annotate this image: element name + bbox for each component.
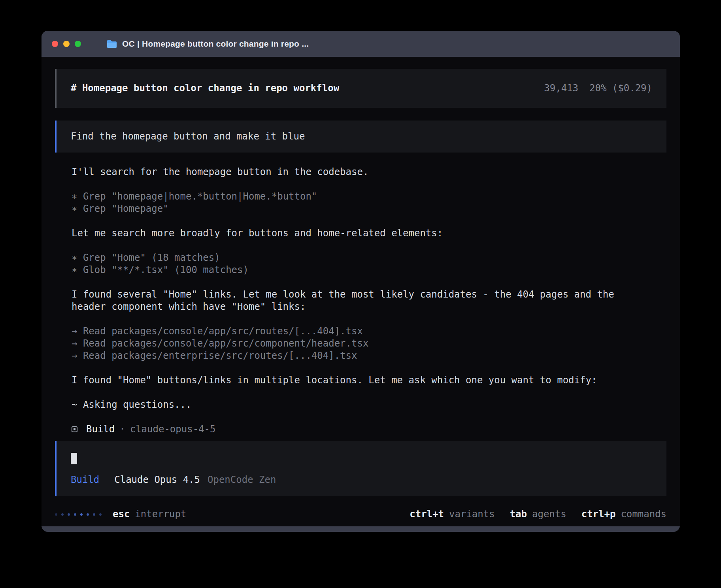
shortcut-key: ctrl+t — [410, 508, 444, 520]
composer-model[interactable]: Claude Opus 4.5 — [114, 474, 200, 486]
transcript-gap — [72, 178, 649, 190]
zoom-button[interactable] — [75, 41, 81, 47]
transcript-line: I found "Home" buttons/links in multiple… — [72, 374, 649, 386]
window-controls — [52, 41, 81, 47]
user-message-text: Find the homepage button and make it blu… — [71, 131, 305, 142]
shortcut-variants: ctrl+tvariants — [410, 508, 495, 520]
agent-status-line: Build · claude-opus-4-5 — [55, 423, 666, 435]
agent-model: claude-opus-4-5 — [130, 423, 216, 435]
window-title: OC | Homepage button color change in rep… — [122, 39, 309, 49]
text-cursor — [71, 453, 77, 464]
transcript-gap — [72, 276, 649, 288]
tool-asterisk-icon: ∗ — [72, 252, 77, 263]
read-arrow-icon: → — [72, 350, 77, 361]
tool-call-line: → Read packages/console/app/src/routes/[… — [72, 325, 649, 337]
agent-separator: · — [119, 423, 125, 435]
tool-asterisk-icon: ∗ — [72, 203, 77, 214]
token-count: 39,413 — [544, 82, 578, 94]
transcript-gap — [72, 239, 649, 252]
spinner-dot — [68, 513, 70, 516]
terminal-window: OC | Homepage button color change in rep… — [42, 31, 680, 532]
tool-asterisk-icon: ∗ — [72, 191, 77, 202]
shortcut-label: variants — [449, 508, 495, 520]
composer-provider: OpenCode Zen — [208, 474, 276, 486]
titlebar[interactable]: OC | Homepage button color change in rep… — [42, 31, 680, 57]
tool-call-line: ∗ Glob "**/*.tsx" (100 matches) — [72, 264, 649, 276]
session-header: # Homepage button color change in repo w… — [55, 69, 666, 108]
composer-info-row: Build Claude Opus 4.5 OpenCode Zen — [71, 474, 652, 486]
spinner-dot — [93, 513, 95, 516]
agent-name: Build — [86, 423, 115, 435]
transcript-gap — [72, 386, 649, 399]
minimize-button[interactable] — [63, 41, 70, 47]
footer-shortcuts: ctrl+tvariantstabagentsctrl+pcommands — [410, 508, 666, 520]
interrupt-label: interrupt — [135, 508, 186, 520]
transcript: I'll search for the homepage button in t… — [55, 166, 666, 423]
tool-call-line: ∗ Grep "Homepage" — [72, 203, 649, 215]
spinner-dot — [61, 513, 64, 516]
tool-asterisk-icon: ∗ — [72, 264, 77, 275]
read-arrow-icon: → — [72, 326, 77, 337]
shortcut-commands: ctrl+pcommands — [581, 508, 666, 520]
shortcut-label: agents — [532, 508, 566, 520]
transcript-gap — [72, 411, 649, 423]
tool-call-line: ∗ Grep "homepage|home.*button|Home.*butt… — [72, 190, 649, 203]
shortcut-agents: tabagents — [510, 508, 566, 520]
spinner-dot — [87, 513, 89, 516]
transcript-line: Let me search more broadly for buttons a… — [72, 227, 649, 239]
composer-agent[interactable]: Build — [71, 474, 99, 486]
prompt-input[interactable]: Build Claude Opus 4.5 OpenCode Zen — [55, 441, 666, 496]
spinner-dot — [99, 513, 102, 516]
transcript-line: ~ Asking questions... — [72, 399, 649, 411]
tool-call-line: → Read packages/console/app/src/componen… — [72, 337, 649, 350]
status-left: esc interrupt — [55, 508, 186, 520]
terminal-content: # Homepage button color change in repo w… — [42, 57, 680, 526]
shortcut-key: tab — [510, 508, 527, 520]
shortcut-label: commands — [621, 508, 666, 520]
session-title: # Homepage button color change in repo w… — [71, 82, 339, 94]
spinner — [55, 513, 102, 516]
transcript-gap — [72, 362, 649, 374]
title-group: OC | Homepage button color change in rep… — [106, 39, 309, 49]
spinner-dot — [55, 513, 57, 516]
spinner-dot — [80, 513, 83, 516]
context-cost: 20% ($0.29) — [589, 82, 652, 94]
build-agent-icon — [72, 426, 77, 432]
read-arrow-icon: → — [72, 338, 77, 349]
close-button[interactable] — [52, 41, 58, 47]
interrupt-key: esc — [113, 508, 130, 520]
tool-call-line: → Read packages/enterprise/src/routes/[.… — [72, 350, 649, 362]
folder-icon — [106, 40, 117, 48]
shortcut-key: ctrl+p — [581, 508, 616, 520]
tool-call-line: ∗ Grep "Home" (18 matches) — [72, 252, 649, 264]
status-bar: esc interrupt ctrl+tvariantstabagentsctr… — [55, 508, 666, 520]
transcript-line: I'll search for the homepage button in t… — [72, 166, 649, 178]
transcript-line: I found several "Home" links. Let me loo… — [72, 288, 649, 313]
transcript-gap — [72, 215, 649, 227]
user-message: Find the homepage button and make it blu… — [55, 121, 666, 153]
session-metrics: 39,413 20% ($0.29) — [544, 82, 652, 94]
spinner-dot — [74, 513, 76, 516]
transcript-gap — [72, 313, 649, 325]
